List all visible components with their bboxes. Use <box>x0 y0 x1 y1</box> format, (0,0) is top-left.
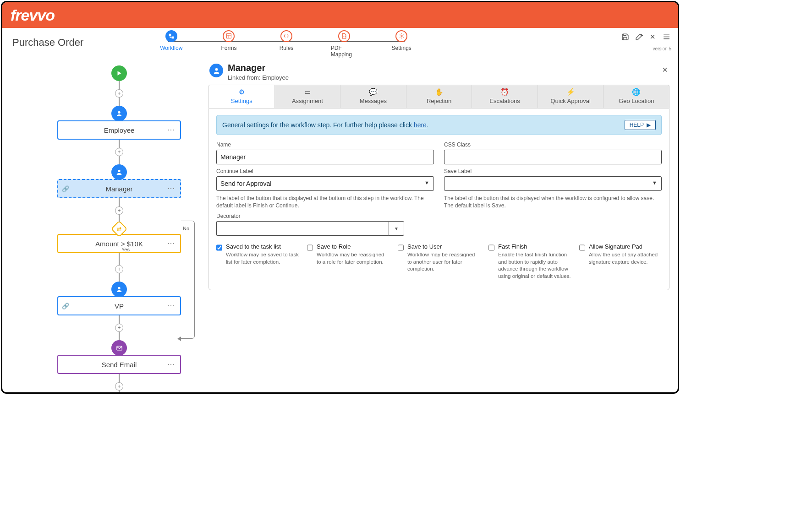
step-email[interactable]: Send Email⋮ <box>57 355 181 374</box>
step-label: Employee <box>104 126 135 134</box>
help-button[interactable]: HELP▶ <box>625 120 656 130</box>
close-icon[interactable]: × <box>648 33 657 41</box>
arrow-icon <box>177 336 181 341</box>
svg-rect-1 <box>171 36 174 38</box>
nav-label: Settings <box>391 45 411 51</box>
add-step[interactable]: + <box>115 265 123 273</box>
check-desc: Workflow may be reassigned to a role for… <box>317 251 390 266</box>
link-icon: 🔗 <box>62 185 69 192</box>
save-select[interactable] <box>444 176 662 191</box>
play-icon: ▶ <box>647 122 651 128</box>
panel-header: Manager Linked from: Employee <box>208 63 669 85</box>
svg-rect-0 <box>169 33 171 36</box>
name-input[interactable] <box>216 150 434 164</box>
mail-icon <box>116 345 123 352</box>
step-decision[interactable]: Amount > $10K⋮ <box>57 234 181 253</box>
decorator-label: Decorator <box>216 213 662 219</box>
tab-quick-approval[interactable]: ⚡Quick Approval <box>538 85 604 108</box>
globe-icon: 🌐 <box>632 88 641 96</box>
workflow-icon <box>168 33 175 39</box>
decorator-input[interactable] <box>216 221 389 236</box>
save-icon[interactable] <box>621 33 629 41</box>
gear-icon: ⚙ <box>239 88 245 96</box>
content-area: + Employee⋮ + 🔗Manager⋮ + ⇄ Amount > $10… <box>2 57 678 392</box>
step-label: VP <box>115 302 124 310</box>
save-help: The label of the button that is displaye… <box>444 195 662 209</box>
svg-point-8 <box>642 35 642 35</box>
name-label: Name <box>216 141 434 148</box>
step-vp[interactable]: 🔗VP⋮ <box>57 296 181 315</box>
css-label: CSS Class <box>444 141 662 148</box>
info-bar: General settings for the workflow step. … <box>216 115 662 135</box>
continue-help: The label of the button that is displaye… <box>216 195 434 209</box>
css-input[interactable] <box>444 150 662 164</box>
nav-forms[interactable]: Forms <box>216 30 242 58</box>
tab-escalations[interactable]: ⏰Escalations <box>472 85 538 108</box>
step-nav: Workflow Forms Rules PDF PDF Mapping <box>158 27 678 58</box>
svg-point-6 <box>401 35 402 37</box>
tab-label: Geo Location <box>619 98 654 104</box>
check-title: Allow Signature Pad <box>589 243 662 250</box>
nav-label: Rules <box>280 45 294 51</box>
checkbox[interactable] <box>307 244 313 252</box>
panel-title: Manager <box>228 63 289 73</box>
tab-settings[interactable]: ⚙Settings <box>209 85 275 108</box>
gear-icon <box>399 33 405 39</box>
person-icon <box>115 110 123 117</box>
step-menu-icon[interactable]: ⋮ <box>167 361 176 369</box>
step-menu-icon[interactable]: ⋮ <box>167 185 176 193</box>
add-step[interactable]: + <box>115 324 123 332</box>
checkbox[interactable] <box>216 244 222 252</box>
info-link[interactable]: here <box>414 121 427 129</box>
check-desc: Enable the fast finish function and butt… <box>498 251 571 280</box>
nav-workflow[interactable]: Workflow <box>158 30 185 58</box>
tab-messages[interactable]: 💬Messages <box>340 85 406 108</box>
clock-icon: ⏰ <box>500 88 509 96</box>
add-step[interactable]: + <box>115 89 123 98</box>
checkbox[interactable] <box>579 244 585 252</box>
svg-marker-12 <box>118 71 121 75</box>
add-step[interactable]: + <box>115 148 123 156</box>
check-saved-task-list: Saved to the task listWorkflow may be sa… <box>216 243 299 280</box>
decorator-dropdown[interactable]: ▼ <box>389 221 404 236</box>
decision-yes-label: Yes <box>121 247 130 252</box>
chevron-down-icon: ▼ <box>394 226 399 231</box>
step-employee[interactable]: Employee⋮ <box>57 120 181 140</box>
checkbox[interactable] <box>398 244 404 252</box>
step-manager[interactable]: 🔗Manager⋮ <box>57 179 181 198</box>
forms-icon <box>226 33 232 39</box>
workflow-canvas: + Employee⋮ + 🔗Manager⋮ + ⇄ Amount > $10… <box>2 57 204 392</box>
person-node <box>111 164 127 180</box>
panel-close-icon[interactable]: × <box>662 65 668 75</box>
check-desc: Allow the use of any attached signature … <box>589 251 662 266</box>
nav-label: Forms <box>221 45 236 51</box>
step-menu-icon[interactable]: ⋮ <box>167 302 176 310</box>
person-node <box>111 282 127 297</box>
menu-icon[interactable] <box>662 33 670 41</box>
tab-label: Assignment <box>292 98 323 104</box>
step-menu-icon[interactable]: ⋮ <box>167 240 176 248</box>
nav-rules[interactable]: Rules <box>273 30 300 58</box>
step-menu-icon[interactable]: ⋮ <box>167 126 176 134</box>
step-label: Send Email <box>102 361 137 369</box>
person-icon <box>115 286 123 293</box>
continue-select[interactable] <box>216 176 434 191</box>
tab-rejection[interactable]: ✋Rejection <box>406 85 472 108</box>
check-title: Fast Finish <box>498 243 571 250</box>
tab-geo[interactable]: 🌐Geo Location <box>604 85 669 108</box>
play-icon <box>116 70 122 76</box>
nav-pdf[interactable]: PDF PDF Mapping <box>331 30 357 58</box>
check-save-user: Save to UserWorkflow may be reassigned t… <box>398 243 480 280</box>
start-node[interactable] <box>111 65 127 81</box>
add-step[interactable]: + <box>115 206 123 215</box>
decision-icon: ⇄ <box>117 226 121 232</box>
checkbox[interactable] <box>488 244 494 252</box>
step-label: Manager <box>105 185 132 193</box>
panel-tabs: ⚙Settings ▭Assignment 💬Messages ✋Rejecti… <box>208 85 669 108</box>
nav-settings[interactable]: Settings <box>388 30 415 58</box>
wand-icon[interactable] <box>635 33 643 41</box>
add-step[interactable]: + <box>115 382 123 391</box>
tab-assignment[interactable]: ▭Assignment <box>275 85 341 108</box>
svg-point-13 <box>118 111 120 114</box>
svg-point-14 <box>118 170 120 172</box>
